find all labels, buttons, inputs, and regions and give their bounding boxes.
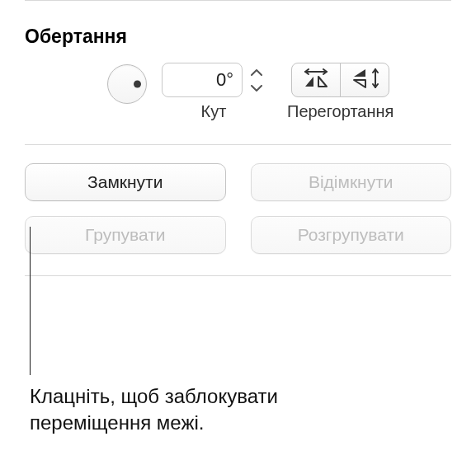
rotation-controls: 0° Кут bbox=[25, 63, 451, 144]
angle-stepper bbox=[247, 63, 266, 97]
flip-vertical-icon bbox=[351, 67, 379, 93]
lock-button[interactable]: Замкнути bbox=[25, 163, 226, 201]
angle-value: 0° bbox=[216, 69, 233, 91]
unlock-button-label: Відімкнути bbox=[309, 172, 394, 192]
rotation-dial[interactable] bbox=[107, 64, 147, 104]
ungroup-button-label: Розгрупувати bbox=[298, 225, 404, 245]
ungroup-button: Розгрупувати bbox=[251, 216, 452, 254]
divider-bottom bbox=[25, 275, 451, 276]
dial-indicator-icon bbox=[134, 81, 141, 88]
flip-horizontal-icon bbox=[302, 68, 330, 92]
group-button: Групувати bbox=[25, 216, 226, 254]
flip-group: Перегортання bbox=[287, 63, 394, 121]
lock-button-label: Замкнути bbox=[87, 172, 163, 192]
angle-stepper-up[interactable] bbox=[247, 64, 266, 79]
flip-buttons bbox=[291, 63, 389, 97]
flip-vertical-button[interactable] bbox=[340, 63, 389, 97]
angle-input[interactable]: 0° bbox=[162, 63, 243, 97]
angle-group: 0° Кут bbox=[162, 63, 266, 121]
angle-label: Кут bbox=[201, 102, 227, 121]
angle-stepper-down[interactable] bbox=[247, 81, 266, 96]
callout-text: Клацніть, щоб заблокувати переміщення ме… bbox=[30, 383, 393, 437]
section-title-rotation: Обертання bbox=[25, 1, 451, 63]
angle-input-wrap: 0° bbox=[162, 63, 266, 97]
arrange-buttons: Замкнути Відімкнути Групувати Розгрупува… bbox=[25, 145, 451, 275]
group-button-label: Групувати bbox=[85, 225, 166, 245]
unlock-button: Відімкнути bbox=[251, 163, 452, 201]
callout-line-icon bbox=[30, 227, 31, 375]
flip-horizontal-button[interactable] bbox=[291, 63, 341, 97]
flip-label: Перегортання bbox=[287, 102, 394, 121]
